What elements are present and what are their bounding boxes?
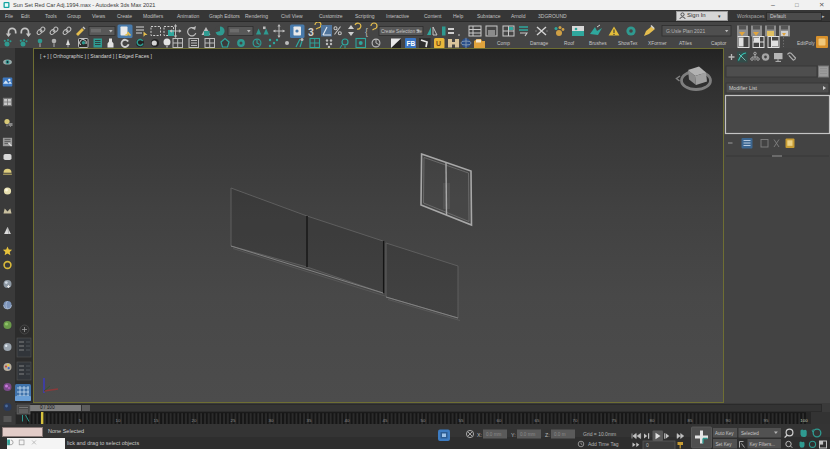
svg-text:75: 75 [612, 418, 617, 423]
svg-text:15: 15 [154, 418, 159, 423]
svg-text:EditPoly: EditPoly [797, 41, 815, 46]
svg-text:G:Usle Plan 2021: G:Usle Plan 2021 [666, 28, 705, 34]
svg-text:Set Key: Set Key [716, 442, 733, 447]
svg-text:85: 85 [688, 418, 693, 423]
svg-text:Auto Key: Auto Key [715, 431, 734, 436]
svg-text:55: 55 [459, 418, 464, 423]
svg-text:FB: FB [407, 40, 416, 47]
svg-text:10: 10 [116, 418, 121, 423]
svg-text:95: 95 [764, 418, 769, 423]
svg-text:U: U [436, 40, 441, 47]
svg-text:Grid = 10.0mm: Grid = 10.0mm [583, 431, 616, 437]
svg-text:100: 100 [800, 418, 808, 423]
svg-text:Add Time Tag: Add Time Tag [588, 441, 619, 447]
svg-text:0.0 mm: 0.0 mm [520, 432, 535, 437]
svg-text:70: 70 [573, 418, 578, 423]
svg-text:X:: X: [477, 432, 482, 438]
svg-text:Comp: Comp [497, 41, 510, 46]
svg-text:{: { [365, 27, 368, 37]
svg-text:20: 20 [192, 418, 197, 423]
svg-text:40: 40 [345, 418, 350, 423]
svg-text:XFormer: XFormer [648, 41, 667, 46]
svg-text:60: 60 [497, 418, 502, 423]
svg-text:Modifier List: Modifier List [729, 85, 758, 91]
svg-text:ATiles: ATiles [679, 41, 692, 46]
svg-text:Roof: Roof [564, 41, 575, 46]
svg-text:0: 0 [646, 442, 649, 448]
svg-text:Capitor: Capitor [711, 41, 727, 46]
svg-text:Y:: Y: [511, 432, 516, 438]
svg-text:Selected: Selected [741, 431, 759, 436]
svg-text:25: 25 [231, 418, 236, 423]
svg-text:Brushes: Brushes [589, 41, 607, 46]
svg-text:0.0 m: 0.0 m [554, 432, 566, 437]
svg-text:45: 45 [383, 418, 388, 423]
svg-text:30: 30 [269, 418, 274, 423]
svg-text:Key Filters...: Key Filters... [750, 442, 776, 447]
svg-text:35: 35 [307, 418, 312, 423]
svg-text:0.0 mm: 0.0 mm [486, 432, 501, 437]
svg-text:50: 50 [421, 418, 426, 423]
svg-text:Z:: Z: [545, 432, 550, 438]
svg-text:90: 90 [726, 418, 731, 423]
svg-text:ShowTex: ShowTex [618, 41, 638, 46]
svg-text:65: 65 [535, 418, 540, 423]
svg-text:Damage: Damage [530, 41, 548, 46]
svg-text:Create Selection Se: Create Selection Se [381, 29, 422, 34]
svg-text:80: 80 [650, 418, 655, 423]
